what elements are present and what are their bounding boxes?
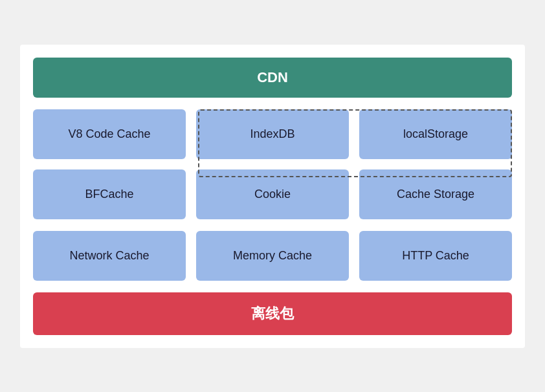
offline-label: 离线包 (251, 305, 294, 321)
cell-localstorage: localStorage (359, 109, 512, 159)
cell-network-cache: Network Cache (33, 231, 186, 281)
cell-cookie: Cookie (196, 169, 349, 219)
main-grid: V8 Code Cache IndexDB localStorage BFCac… (33, 109, 512, 219)
diagram-container: CDN V8 Code Cache IndexDB localStorage B… (20, 45, 525, 348)
cdn-label: CDN (257, 69, 288, 85)
offline-bar: 离线包 (33, 292, 512, 335)
cell-cache-storage: Cache Storage (359, 169, 512, 219)
cell-http-cache: HTTP Cache (359, 231, 512, 281)
cdn-bar: CDN (33, 58, 512, 98)
cell-indexdb: IndexDB (196, 109, 349, 159)
cell-bfcache: BFCache (33, 169, 186, 219)
cell-memory-cache: Memory Cache (196, 231, 349, 281)
bottom-row: Network Cache Memory Cache HTTP Cache (33, 231, 512, 281)
cell-v8-code-cache: V8 Code Cache (33, 109, 186, 159)
